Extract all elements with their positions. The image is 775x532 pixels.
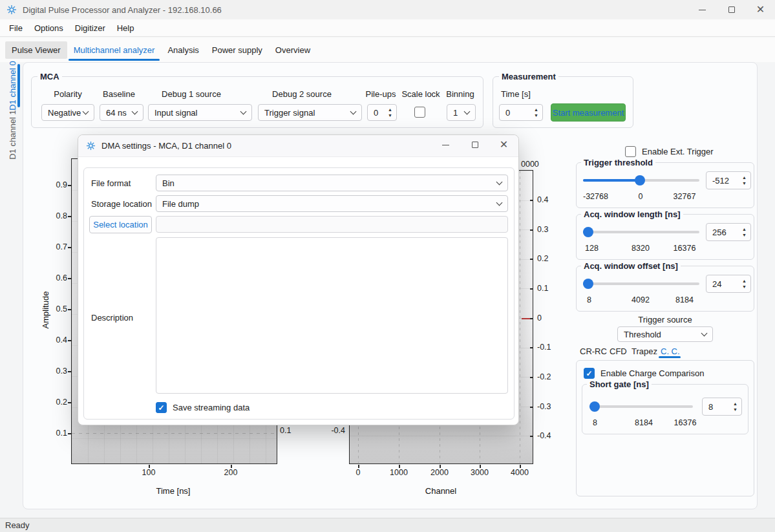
spinner-arrows-icon[interactable]: ▲▼ — [742, 279, 747, 289]
spinner-arrows-icon[interactable]: ▲▼ — [742, 176, 747, 186]
location-path-input[interactable] — [156, 216, 508, 233]
binning-value: 1 — [453, 108, 458, 118]
tick — [530, 407, 533, 408]
polarity-select[interactable]: Negative — [41, 104, 94, 121]
slider-min-label: 128 — [585, 244, 599, 253]
acq-window-offset-spinner[interactable]: 24 ▲▼ — [706, 275, 751, 293]
short-gate-slider-knob[interactable] — [589, 401, 600, 412]
chevron-down-icon — [350, 108, 357, 114]
dialog-maximize-button[interactable] — [460, 135, 489, 154]
menu-help[interactable]: Help — [111, 21, 140, 36]
tick — [530, 436, 533, 437]
y-tick: 0.2 — [537, 254, 548, 263]
acq-window-length-slider[interactable] — [583, 231, 699, 233]
short-gate-title: Short gate [ns] — [587, 379, 652, 389]
chevron-down-icon — [240, 108, 247, 114]
acq-window-offset-slider-knob[interactable] — [583, 279, 593, 289]
x-tick: 3000 — [465, 468, 494, 477]
chevron-down-icon — [496, 199, 503, 206]
minimize-button[interactable] — [688, 0, 717, 19]
file-format-select[interactable]: Bin — [156, 175, 508, 191]
dialog-title-bar[interactable]: DMA settings - MCA, D1 channel 0 ✕ — [78, 135, 518, 157]
y-tick: 0.5 — [50, 304, 67, 314]
short-gate-spinner[interactable]: 8 ▲▼ — [702, 398, 742, 416]
spinner-arrows-icon[interactable]: ▲▼ — [388, 108, 392, 118]
tab-crrc[interactable]: CR-RC — [580, 346, 607, 356]
chevron-down-icon — [464, 108, 471, 114]
enable-ext-trigger-checkbox[interactable] — [625, 146, 636, 157]
menu-options[interactable]: Options — [28, 21, 69, 36]
app-icon — [86, 141, 96, 151]
enable-charge-comparison-checkbox[interactable]: ✓ — [584, 368, 595, 379]
acq-window-offset-slider[interactable] — [583, 282, 699, 285]
x-tick: 200 — [217, 468, 245, 477]
mca-group-title: MCA — [37, 72, 62, 81]
baseline-label: Baseline — [103, 89, 135, 99]
x-tick: 100 — [134, 468, 163, 477]
binning-label: Binning — [446, 89, 474, 99]
slider-mid-label: 0 — [639, 192, 643, 201]
close-button[interactable]: ✕ — [746, 0, 775, 19]
spinner-arrows-icon[interactable]: ▲▼ — [733, 402, 738, 412]
tick — [68, 309, 71, 310]
storage-location-label: Storage location — [91, 199, 152, 209]
x-tick: 0 — [344, 468, 372, 477]
tick — [68, 402, 71, 403]
trigger-source-select[interactable]: Threshold — [617, 326, 713, 342]
start-measurement-button[interactable]: Start measurement — [551, 103, 626, 122]
maximize-button[interactable] — [717, 0, 746, 19]
pileups-spinner[interactable]: 0 ▲▼ — [367, 104, 397, 121]
tab-power-supply[interactable]: Power supply — [206, 41, 269, 59]
tab-trapez[interactable]: Trapez — [632, 346, 657, 356]
menu-file[interactable]: File — [3, 21, 28, 36]
spinner-arrows-icon[interactable]: ▲▼ — [534, 108, 538, 118]
maximize-icon — [472, 142, 478, 148]
trigger-threshold-spinner[interactable]: -512 ▲▼ — [706, 171, 751, 189]
minimize-icon — [699, 10, 706, 10]
tick — [68, 247, 71, 248]
baseline-select[interactable]: 64 ns — [100, 104, 143, 121]
tab-multichannel-analyzer[interactable]: Multichannel analyzer — [67, 41, 162, 59]
time-value: 0 — [505, 108, 510, 118]
binning-select[interactable]: 1 — [447, 104, 476, 121]
debug2-source-select[interactable]: Trigger signal — [258, 104, 362, 121]
dialog-close-button[interactable]: ✕ — [489, 135, 518, 154]
description-textarea[interactable] — [156, 237, 508, 394]
debug1-source-select[interactable]: Input signal — [148, 104, 252, 121]
scale-lock-checkbox[interactable] — [414, 107, 425, 118]
slider-fill — [583, 179, 640, 182]
tab-charge-comparison[interactable]: C. C. — [661, 346, 680, 356]
application-window: Digital Pulse Processor and Analyzer - 1… — [0, 0, 775, 532]
time-axis-label: Time [ns] — [147, 486, 199, 496]
channel-axis-label: Channel — [415, 486, 467, 496]
close-icon: ✕ — [756, 5, 765, 15]
baseline-value: 64 ns — [106, 108, 127, 118]
select-location-button[interactable]: Select location — [89, 216, 152, 233]
spinner-arrows-icon[interactable]: ▲▼ — [742, 228, 747, 237]
menu-digitizer[interactable]: Digitizer — [69, 21, 111, 36]
acq-window-length-value: 256 — [712, 228, 727, 237]
slider-max-label: 16376 — [674, 418, 697, 427]
y-tick: 0.3 — [537, 225, 548, 234]
tab-analysis[interactable]: Analysis — [161, 41, 205, 59]
tab-multichannel-label: Multichannel analyzer — [74, 45, 155, 55]
acq-window-length-slider-knob[interactable] — [583, 227, 593, 237]
dialog-minimize-button[interactable] — [431, 135, 460, 154]
clipped-count-label: 0000 — [521, 160, 539, 169]
description-label: Description — [91, 313, 133, 323]
tick — [68, 371, 71, 372]
check-icon: ✓ — [158, 403, 164, 412]
storage-location-select[interactable]: File dump — [156, 195, 508, 212]
tick — [68, 433, 71, 434]
x-tick: 2000 — [425, 468, 454, 477]
time-spinner[interactable]: 0 ▲▼ — [499, 104, 543, 121]
short-gate-slider[interactable] — [589, 405, 693, 408]
acq-window-length-spinner[interactable]: 256 ▲▼ — [706, 223, 751, 241]
chevron-down-icon — [496, 178, 503, 185]
save-streaming-data-checkbox[interactable]: ✓ — [156, 402, 167, 413]
trigger-threshold-slider-knob[interactable] — [635, 175, 645, 186]
tab-overview[interactable]: Overview — [269, 41, 317, 59]
tab-cfd[interactable]: CFD — [610, 346, 627, 356]
channel-tab-d1-channel-1[interactable]: D1 channel 1 — [8, 100, 17, 171]
tick — [530, 229, 533, 231]
